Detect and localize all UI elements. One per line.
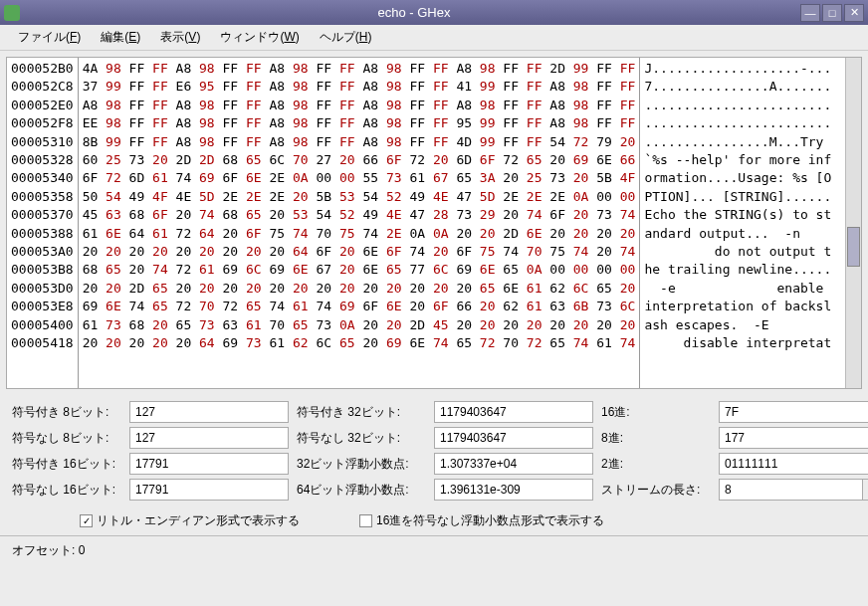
input-s16[interactable]: [129, 453, 289, 475]
checkbox-icon: [359, 514, 372, 527]
hex-bytes-column[interactable]: 4A 98 FF FF A8 98 FF FF A8 98 FF FF A8 9…: [79, 58, 641, 388]
input-oct[interactable]: [719, 427, 868, 449]
little-endian-checkbox[interactable]: ✓ リトル・エンディアン形式で表示する: [80, 512, 300, 529]
menu-file[interactable]: ファイル(F): [8, 25, 91, 50]
offset-column: 000052B0 000052C8 000052E0 000052F8 0000…: [7, 58, 79, 388]
label-hex: 16進:: [601, 404, 711, 421]
label-u16: 符号なし 16ビット:: [12, 482, 121, 499]
label-f64: 64ビット浮動小数点:: [297, 482, 426, 499]
spin-up-icon[interactable]: ▴: [863, 480, 868, 490]
input-u16[interactable]: [129, 479, 289, 501]
vertical-scrollbar[interactable]: [845, 58, 861, 388]
app-icon: [4, 5, 20, 21]
ascii-column: J...................-... 7..............…: [640, 58, 835, 388]
input-hex[interactable]: [719, 401, 868, 423]
menu-help[interactable]: ヘルプ(H): [310, 25, 382, 50]
label-len: ストリームの長さ:: [601, 482, 711, 499]
hex-unsigned-float-label: 16進を符号なし浮動小数点形式で表示する: [376, 512, 604, 529]
menubar: ファイル(F) 編集(E) 表示(V) ウィンドウ(W) ヘルプ(H): [0, 25, 868, 51]
label-oct: 8進:: [601, 430, 711, 447]
hex-unsigned-float-checkbox[interactable]: 16進を符号なし浮動小数点形式で表示する: [359, 512, 604, 529]
close-button[interactable]: ✕: [844, 4, 864, 22]
input-s32[interactable]: [434, 401, 593, 423]
data-inspector: 符号付き 8ビット: 符号付き 32ビット: 16進: 符号なし 8ビット: 符…: [0, 395, 868, 506]
maximize-button[interactable]: □: [822, 4, 842, 22]
input-u8[interactable]: [129, 427, 289, 449]
options-row: ✓ リトル・エンディアン形式で表示する 16進を符号なし浮動小数点形式で表示する: [0, 506, 868, 535]
input-len[interactable]: [719, 479, 863, 501]
offset-status: オフセット: 0: [12, 543, 85, 557]
label-s8: 符号付き 8ビット:: [12, 404, 121, 421]
little-endian-label: リトル・エンディアン形式で表示する: [97, 512, 300, 529]
label-u32: 符号なし 32ビット:: [297, 430, 426, 447]
checkbox-icon: ✓: [80, 514, 93, 527]
input-s8[interactable]: [129, 401, 289, 423]
label-s32: 符号付き 32ビット:: [297, 404, 426, 421]
spin-down-icon[interactable]: ▾: [863, 490, 868, 500]
label-bin: 2進:: [601, 456, 711, 473]
hex-scroll[interactable]: 000052B0 000052C8 000052E0 000052F8 0000…: [7, 58, 845, 388]
window-title: echo - GHex: [28, 5, 800, 20]
window-controls: — □ ✕: [800, 4, 864, 22]
menu-window[interactable]: ウィンドウ(W): [210, 25, 309, 50]
hex-view: 000052B0 000052C8 000052E0 000052F8 0000…: [6, 57, 862, 389]
label-u8: 符号なし 8ビット:: [12, 430, 121, 447]
stream-length-spinner[interactable]: ▴ ▾: [719, 479, 868, 501]
label-s16: 符号付き 16ビット:: [12, 456, 121, 473]
input-bin[interactable]: [719, 453, 868, 475]
input-f64[interactable]: [434, 479, 593, 501]
scrollbar-thumb[interactable]: [847, 227, 860, 267]
label-f32: 32ビット浮動小数点:: [297, 456, 426, 473]
titlebar: echo - GHex — □ ✕: [0, 0, 868, 25]
statusbar: オフセット: 0: [0, 535, 868, 565]
input-u32[interactable]: [434, 427, 593, 449]
menu-edit[interactable]: 編集(E): [91, 25, 150, 50]
input-f32[interactable]: [434, 453, 593, 475]
menu-view[interactable]: 表示(V): [150, 25, 210, 50]
minimize-button[interactable]: —: [800, 4, 820, 22]
